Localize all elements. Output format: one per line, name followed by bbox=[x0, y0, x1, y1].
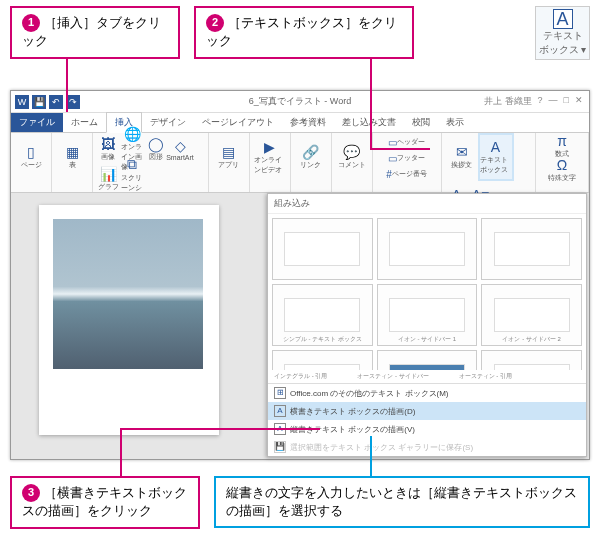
callout-3-num: 3 bbox=[22, 484, 40, 502]
undo-icon[interactable]: ↶ bbox=[49, 95, 63, 109]
max-icon[interactable]: □ bbox=[564, 95, 569, 108]
gallery-item[interactable]: イオン - サイドバー 2 bbox=[481, 284, 582, 346]
word-icon: W bbox=[15, 95, 29, 109]
gallery-item[interactable] bbox=[377, 218, 478, 280]
ribbon-apps[interactable]: ▤アプリ bbox=[213, 135, 245, 179]
help-icon[interactable]: ? bbox=[538, 95, 543, 108]
gallery-item[interactable] bbox=[481, 350, 582, 370]
callout-1: 1［挿入］タブをクリック bbox=[10, 6, 180, 59]
close-icon[interactable]: ✕ bbox=[575, 95, 583, 108]
callout-3: 3［横書きテキストボックスの描画］をクリック bbox=[10, 476, 200, 529]
window-controls: 井上 香織里 ? — □ ✕ bbox=[478, 95, 589, 108]
ribbon-pagenum[interactable]: #ページ番号 bbox=[377, 167, 437, 181]
ribbon-pages[interactable]: ▯ページ bbox=[15, 135, 47, 179]
line-1 bbox=[66, 52, 68, 112]
textbox-a-icon: A bbox=[553, 9, 573, 29]
document-title: 6_写真でイラスト - Word bbox=[249, 95, 351, 108]
ribbon-header[interactable]: ▭ヘッダー bbox=[377, 135, 437, 149]
gallery-label: インテグラル - 引用 bbox=[274, 372, 327, 381]
gallery-label: オースティン - サイドバー bbox=[357, 372, 428, 381]
ribbon-screenshot[interactable]: ⧉スクリーンショット bbox=[121, 165, 143, 193]
tab-layout[interactable]: ページレイアウト bbox=[194, 113, 282, 132]
callout-1-text: ［挿入］タブをクリック bbox=[22, 15, 161, 48]
gallery-item[interactable] bbox=[481, 218, 582, 280]
line-3b bbox=[120, 428, 320, 430]
ribbon-table[interactable]: ▦表 bbox=[56, 135, 88, 179]
ribbon-equation[interactable]: π数式 bbox=[540, 135, 584, 157]
horiz-textbox-icon: A bbox=[274, 405, 286, 417]
line-2b bbox=[370, 148, 430, 150]
gallery-draw-horizontal[interactable]: A横書きテキスト ボックスの描画(D) bbox=[268, 402, 586, 420]
office-icon: ⊞ bbox=[274, 387, 286, 399]
ribbon-symbol[interactable]: Ω特殊文字 bbox=[540, 159, 584, 181]
titlebar: W 💾 ↶ ↷ 6_写真でイラスト - Word 井上 香織里 ? — □ ✕ bbox=[11, 91, 589, 113]
quick-access-toolbar[interactable]: W 💾 ↶ ↷ bbox=[11, 95, 84, 109]
callout-2: 2［テキストボックス］をクリック bbox=[194, 6, 414, 59]
ribbon-comment[interactable]: 💬コメント bbox=[336, 135, 368, 179]
line-blue bbox=[370, 436, 372, 476]
tab-home[interactable]: ホーム bbox=[63, 113, 106, 132]
gallery-item[interactable] bbox=[272, 350, 373, 370]
redo-icon[interactable]: ↷ bbox=[66, 95, 80, 109]
ribbon-footer[interactable]: ▭フッター bbox=[377, 151, 437, 165]
ribbon-picture[interactable]: 🖼画像 bbox=[97, 135, 119, 163]
textbox-ref-label: テキストボックス ▾ bbox=[538, 29, 587, 57]
user-name: 井上 香織里 bbox=[484, 95, 532, 108]
line-3a bbox=[120, 428, 122, 478]
word-window: W 💾 ↶ ↷ 6_写真でイラスト - Word 井上 香織里 ? — □ ✕ … bbox=[10, 90, 590, 460]
textbox-gallery: 組み込み シンプル - テキスト ボックス イオン - サイドバー 1 イオン … bbox=[267, 193, 587, 457]
callout-blue-text: 縦書きの文字を入力したいときは［縦書きテキストボックスの描画］を選択する bbox=[226, 485, 577, 518]
ribbon-quickparts[interactable]: ✉挨拶文 bbox=[446, 135, 478, 179]
textbox-ribbon-ref: A テキストボックス ▾ bbox=[535, 6, 590, 60]
gallery-item[interactable] bbox=[377, 350, 478, 370]
callout-3-text: ［横書きテキストボックスの描画］をクリック bbox=[22, 485, 187, 518]
min-icon[interactable]: — bbox=[549, 95, 558, 108]
tab-file[interactable]: ファイル bbox=[11, 113, 63, 132]
gallery-office-more[interactable]: ⊞Office.com のその他のテキスト ボックス(M) bbox=[268, 384, 586, 402]
save-icon[interactable]: 💾 bbox=[32, 95, 46, 109]
tab-mailings[interactable]: 差し込み文書 bbox=[334, 113, 404, 132]
ribbon: ▯ページ ▦表 🖼画像 🌐オンライン画像 ◯図形 ◇SmartArt 📊グラフ … bbox=[11, 133, 589, 193]
ribbon-link[interactable]: 🔗リンク bbox=[295, 135, 327, 179]
save-gallery-icon: 💾 bbox=[274, 441, 286, 453]
gallery-label: オースティン - 引用 bbox=[459, 372, 512, 381]
callout-1-num: 1 bbox=[22, 14, 40, 32]
gallery-grid: シンプル - テキスト ボックス イオン - サイドバー 1 イオン - サイド… bbox=[268, 214, 586, 370]
tab-review[interactable]: 校閲 bbox=[404, 113, 438, 132]
ribbon-chart[interactable]: 📊グラフ bbox=[97, 165, 119, 193]
ribbon-tabs: ファイル ホーム 挿入 デザイン ページレイアウト 参考資料 差し込み文書 校閲… bbox=[11, 113, 589, 133]
tab-design[interactable]: デザイン bbox=[142, 113, 194, 132]
line-2 bbox=[370, 52, 372, 148]
callout-2-text: ［テキストボックス］をクリック bbox=[206, 15, 397, 48]
gallery-item[interactable]: シンプル - テキスト ボックス bbox=[272, 284, 373, 346]
gallery-item[interactable] bbox=[272, 218, 373, 280]
gallery-footer: ⊞Office.com のその他のテキスト ボックス(M) A横書きテキスト ボ… bbox=[268, 383, 586, 456]
gallery-heading: 組み込み bbox=[268, 194, 586, 214]
gallery-save-selection: 💾選択範囲をテキスト ボックス ギャラリーに保存(S) bbox=[268, 438, 586, 456]
ribbon-shapes[interactable]: ◯図形 bbox=[145, 135, 167, 163]
gallery-item[interactable]: イオン - サイドバー 1 bbox=[377, 284, 478, 346]
callout-blue: 縦書きの文字を入力したいときは［縦書きテキストボックスの描画］を選択する bbox=[214, 476, 590, 528]
document-page[interactable] bbox=[39, 205, 219, 435]
ribbon-smartart[interactable]: ◇SmartArt bbox=[169, 135, 191, 163]
tab-references[interactable]: 参考資料 bbox=[282, 113, 334, 132]
callout-2-num: 2 bbox=[206, 14, 224, 32]
tab-view[interactable]: 表示 bbox=[438, 113, 472, 132]
ribbon-textbox[interactable]: Aテキストボックス bbox=[480, 135, 512, 179]
inserted-photo[interactable] bbox=[53, 219, 203, 369]
ribbon-online-video[interactable]: ▶オンラインビデオ bbox=[254, 135, 286, 179]
